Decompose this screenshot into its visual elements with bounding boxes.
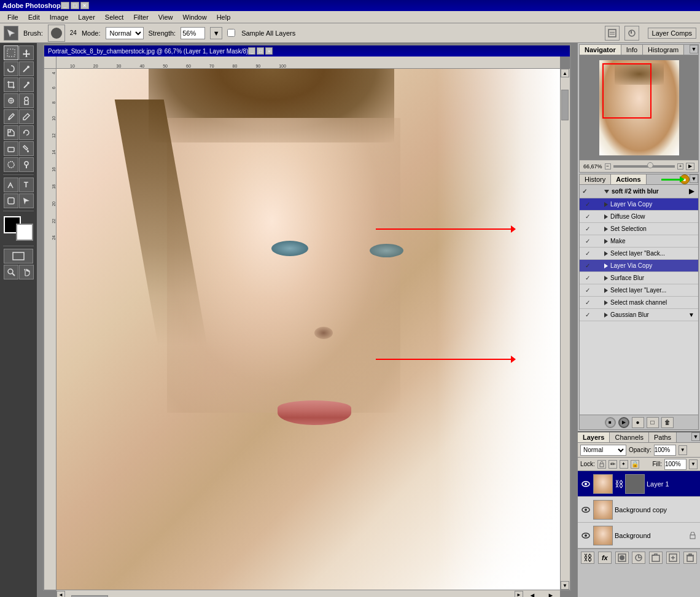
fill-input[interactable] (664, 459, 686, 470)
action-triangle[interactable] (604, 214, 608, 219)
action-triangle[interactable] (604, 300, 608, 305)
action-item-select-layer-back[interactable]: ✓ Select layer "Back... (580, 248, 698, 260)
paint-bucket-tool[interactable] (19, 141, 34, 156)
sample-all-checkbox[interactable] (227, 29, 235, 37)
opacity-arrow[interactable]: ▼ (679, 445, 687, 455)
scroll-track[interactable] (561, 77, 570, 581)
history-tab[interactable]: History (580, 174, 611, 184)
action-scroll-down[interactable]: ▼ (687, 311, 696, 319)
menu-window[interactable]: Window (178, 12, 212, 22)
doc-close[interactable]: × (265, 47, 273, 55)
scroll-down[interactable]: ▼ (561, 581, 569, 590)
zoom-plus[interactable]: + (677, 163, 683, 170)
move-tool[interactable] (19, 45, 34, 60)
marquee-tool[interactable] (4, 45, 18, 60)
scroll-left[interactable]: ◄ (56, 591, 65, 598)
link-layers-btn[interactable]: ⛓ (581, 552, 594, 564)
canvas-image[interactable]: ▲ ▼ (56, 69, 570, 590)
delete-layer-btn[interactable] (683, 552, 697, 564)
new-layer-btn[interactable] (666, 552, 680, 564)
lock-image-btn[interactable]: ✏ (609, 460, 617, 469)
blur-tool[interactable] (4, 157, 18, 172)
type-tool[interactable]: T (19, 178, 34, 192)
zoom-minus[interactable]: − (605, 163, 611, 170)
action-scroll-right[interactable]: ▶ (687, 187, 696, 196)
navigator-menu-icon[interactable]: ▼ (690, 45, 698, 53)
menu-filter[interactable]: Filter (128, 12, 153, 22)
zoom-tool[interactable] (4, 265, 18, 279)
maximize-button[interactable]: □ (71, 2, 79, 9)
action-triangle[interactable] (604, 251, 608, 256)
action-item-select-layer[interactable]: ✓ Select layer "Layer... (580, 284, 698, 297)
fill-arrow[interactable]: ▼ (689, 459, 698, 469)
pencil-tool[interactable] (19, 109, 34, 124)
actions-content[interactable]: ✓ Layer Via Copy ✓ Diffuse Glow ✓ Set Se… (580, 198, 698, 415)
layers-menu-icon[interactable]: ▼ (691, 432, 700, 441)
layer-item-background-copy[interactable]: Background copy (578, 497, 700, 523)
action-triangle[interactable] (604, 313, 608, 318)
action-item-layer-via-copy-1[interactable]: ✓ Layer Via Copy (580, 198, 698, 211)
play-button[interactable]: ▶ (618, 417, 629, 428)
background-color[interactable] (16, 224, 33, 241)
layer-thumbnail[interactable] (593, 474, 613, 494)
hand-tool[interactable] (19, 265, 34, 279)
zoom-slider-thumb[interactable] (647, 162, 653, 168)
lock-transparent-btn[interactable] (597, 460, 606, 469)
action-triangle[interactable] (604, 239, 608, 244)
scroll-nav-right[interactable]: ► (542, 591, 560, 598)
eyedropper-tool[interactable] (19, 77, 34, 92)
menu-view[interactable]: View (154, 12, 178, 22)
strength-input[interactable] (181, 27, 205, 39)
action-item-gaussian-blur[interactable]: ✓ Gaussian Blur ▼ (580, 309, 698, 321)
photo-area[interactable] (56, 69, 560, 590)
action-triangle[interactable] (604, 227, 608, 232)
crop-tool[interactable] (4, 77, 18, 92)
layers-tab[interactable]: Layers (578, 432, 610, 442)
navigator-tab[interactable]: Navigator (580, 45, 621, 55)
lock-all-btn[interactable]: 🔒 (631, 460, 639, 469)
options-button-2[interactable] (624, 26, 639, 41)
menu-image[interactable]: Image (45, 12, 74, 22)
minimize-button[interactable]: _ (61, 2, 69, 9)
lock-position-btn[interactable]: ✦ (620, 460, 628, 469)
layer-item-background[interactable]: Background (578, 523, 700, 548)
layer-visibility-eye[interactable] (580, 530, 591, 541)
action-item-surface-blur[interactable]: ✓ Surface Blur (580, 272, 698, 284)
record-button[interactable]: ● (632, 417, 644, 428)
menu-layer[interactable]: Layer (73, 12, 100, 22)
action-item-layer-via-copy-2[interactable]: ✓ Layer Via Copy (580, 260, 698, 272)
options-button-1[interactable] (605, 26, 620, 41)
action-item-select-mask-channel[interactable]: ✓ Select mask channel (580, 297, 698, 309)
shape-tool[interactable] (4, 193, 18, 208)
doc-minimize[interactable]: _ (248, 47, 255, 55)
delete-action-button[interactable]: 🗑 (661, 417, 674, 428)
document-title-buttons[interactable]: _ □ × (248, 47, 273, 55)
canvas-viewport[interactable]: ▲ ▼ (56, 69, 570, 590)
dodge-tool[interactable] (19, 157, 34, 172)
layers-mode-select[interactable]: Normal (580, 445, 626, 456)
path-select-tool[interactable] (19, 193, 34, 208)
channels-tab[interactable]: Channels (610, 432, 648, 442)
action-triangle[interactable] (604, 288, 608, 293)
brush-tool[interactable] (4, 109, 18, 124)
clone-tool[interactable] (19, 93, 34, 108)
stop-button[interactable]: ■ (605, 417, 616, 428)
close-button[interactable]: × (80, 2, 89, 9)
doc-maximize[interactable]: □ (257, 47, 264, 55)
action-triangle[interactable] (604, 263, 608, 268)
layer-visibility-eye[interactable] (580, 504, 591, 515)
layer-visibility-eye[interactable] (580, 478, 591, 490)
history-brush-tool[interactable] (19, 125, 34, 140)
menu-help[interactable]: Help (212, 12, 236, 22)
lasso-tool[interactable] (4, 61, 18, 76)
paths-tab[interactable]: Paths (649, 432, 677, 442)
menu-edit[interactable]: Edit (23, 12, 45, 22)
title-bar-buttons[interactable]: _ □ × (61, 2, 89, 9)
group-triangle[interactable] (604, 190, 609, 193)
hscroll-thumb[interactable] (71, 595, 108, 598)
actions-menu-icon[interactable]: ▼ (690, 174, 698, 183)
standard-mode[interactable] (4, 249, 33, 263)
scroll-nav-left[interactable]: ◄ (523, 591, 542, 598)
new-action-button[interactable]: □ (647, 417, 659, 428)
layer-effects-btn[interactable]: fx (598, 552, 612, 564)
